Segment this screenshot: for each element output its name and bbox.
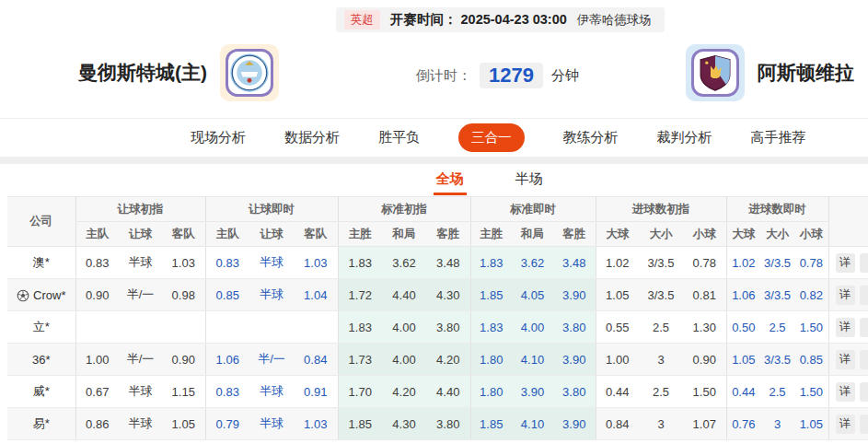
detail-extra-button[interactable]	[860, 382, 868, 402]
period-tab-1[interactable]: 半场	[513, 164, 546, 195]
handicap-initial-value	[162, 311, 205, 344]
handicap-initial-value: 半球	[119, 376, 162, 408]
standard-live-value: 1.85	[470, 408, 512, 440]
goals-initial-value: 3/3.5	[639, 247, 683, 279]
subcol-header: 大球	[726, 222, 760, 247]
subcol-header: 小球	[683, 222, 726, 247]
goals-live-value: 0.44	[726, 376, 760, 408]
standard-initial-value: 1.73	[338, 344, 382, 376]
subcol-header: 让球	[119, 222, 162, 247]
subcol-header: 让球	[249, 222, 294, 247]
standard-live-value: 4.10	[512, 408, 553, 440]
handicap-live-value: 0.85	[205, 279, 249, 311]
subcol-header: 客队	[162, 222, 205, 247]
group-header: 让球初指	[75, 197, 205, 222]
handicap-live-value: 1.03	[294, 247, 338, 279]
handicap-initial-value: 1.05	[162, 408, 205, 440]
goals-initial-value: 1.50	[683, 376, 726, 408]
man-city-crest-icon	[226, 49, 273, 97]
handicap-initial-value: 0.98	[162, 279, 205, 311]
detail-button[interactable]: 详	[836, 286, 855, 305]
goals-initial-value: 0.84	[596, 408, 639, 440]
period-tabs: 全场半场	[59, 164, 868, 195]
nav-tab-0[interactable]: 现场分析	[191, 129, 246, 146]
handicap-initial-value: 0.90	[75, 279, 119, 311]
goals-initial-value: 0.78	[683, 247, 726, 279]
standard-initial-value: 4.00	[382, 311, 426, 344]
handicap-live-value	[249, 311, 294, 344]
standard-initial-value: 4.30	[426, 279, 470, 311]
detail-button[interactable]: 详	[836, 253, 855, 273]
company-cell: 易*	[7, 408, 75, 440]
handicap-live-value: 0.79	[205, 408, 249, 440]
group-header: 标准即时	[470, 197, 596, 222]
subcol-header: 和局	[382, 222, 426, 247]
goals-initial-value: 3/3.5	[639, 279, 683, 311]
goals-live-value: 1.06	[726, 279, 760, 311]
actions-cell: 详	[828, 408, 868, 440]
standard-initial-value: 1.85	[338, 408, 382, 440]
goals-live-value: 0.50	[726, 311, 760, 344]
nav-tab-4[interactable]: 教练分析	[563, 129, 619, 146]
goals-initial-value: 1.05	[596, 279, 639, 311]
detail-extra-button[interactable]	[860, 253, 868, 273]
goals-live-value: 1.05	[794, 408, 828, 440]
detail-extra-button[interactable]	[860, 318, 868, 337]
detail-extra-button[interactable]	[860, 415, 868, 434]
goals-initial-value: 1.02	[596, 247, 639, 279]
detail-button[interactable]: 详	[836, 318, 855, 337]
handicap-live-value: 半球	[249, 279, 294, 311]
handicap-initial-value: 0.83	[75, 247, 119, 279]
goals-initial-value: 0.55	[596, 311, 639, 344]
handicap-initial-value: 0.67	[75, 376, 119, 408]
actions-cell: 详	[828, 279, 868, 311]
goals-live-value: 3/3.5	[760, 247, 794, 279]
subcol-header: 客队	[294, 222, 338, 247]
standard-live-value: 1.83	[470, 247, 512, 279]
standard-live-value: 4.05	[512, 279, 553, 311]
standard-live-value: 3.90	[553, 344, 596, 376]
detail-extra-button[interactable]	[860, 350, 868, 369]
nav-tab-6[interactable]: 高手推荐	[751, 129, 806, 146]
nav-tab-2[interactable]: 胜平负	[378, 129, 420, 146]
handicap-live-value: 0.83	[205, 247, 249, 279]
standard-live-value: 1.83	[470, 311, 512, 344]
period-tab-0[interactable]: 全场	[434, 164, 467, 195]
league-badge: 英超	[344, 10, 380, 29]
standard-initial-value: 1.83	[338, 311, 382, 344]
company-name: 36*	[32, 353, 51, 367]
goals-initial-value: 1.30	[683, 311, 726, 344]
standard-initial-value: 1.70	[338, 376, 382, 408]
handicap-initial-value: 0.90	[162, 344, 205, 376]
table-row: Crow*0.90半/一0.980.85半球1.041.724.404.301.…	[7, 279, 868, 311]
company-name: 威*	[33, 384, 50, 398]
header-group-row: 公司 让球初指让球即时标准初指标准即时进球数初指进球数即时	[7, 197, 868, 222]
away-team-logo	[686, 44, 745, 101]
goals-live-value: 3/3.5	[760, 344, 794, 376]
goals-live-value: 1.05	[726, 344, 760, 376]
goals-live-value: 3/3.5	[760, 279, 794, 311]
detail-button[interactable]: 详	[836, 382, 855, 402]
nav-tab-1[interactable]: 数据分析	[284, 129, 340, 146]
subcol-header: 主胜	[470, 222, 512, 247]
handicap-initial-value: 1.15	[162, 376, 205, 408]
goals-live-value: 0.85	[794, 344, 828, 376]
company-name: 易*	[33, 416, 50, 430]
countdown-label: 倒计时：	[416, 67, 471, 85]
detail-extra-button[interactable]	[860, 286, 868, 305]
detail-button[interactable]: 详	[836, 350, 855, 369]
goals-initial-value: 0.44	[596, 376, 639, 408]
odds-table-body: 澳*0.83半球1.030.83半球1.031.833.623.481.833.…	[7, 247, 868, 440]
handicap-live-value: 半/一	[249, 344, 294, 376]
nav-tab-3[interactable]: 三合一	[458, 123, 525, 152]
actions-cell: 详	[828, 247, 868, 279]
handicap-initial-value: 1.03	[162, 247, 205, 279]
detail-button[interactable]: 详	[836, 415, 855, 434]
standard-initial-value: 4.40	[426, 376, 470, 408]
standard-initial-value: 4.40	[382, 279, 426, 311]
group-header: 标准初指	[338, 197, 470, 222]
handicap-initial-value	[75, 311, 119, 344]
handicap-live-value: 0.91	[294, 376, 338, 408]
goals-initial-value: 2.5	[639, 311, 683, 344]
nav-tab-5[interactable]: 裁判分析	[657, 129, 712, 146]
